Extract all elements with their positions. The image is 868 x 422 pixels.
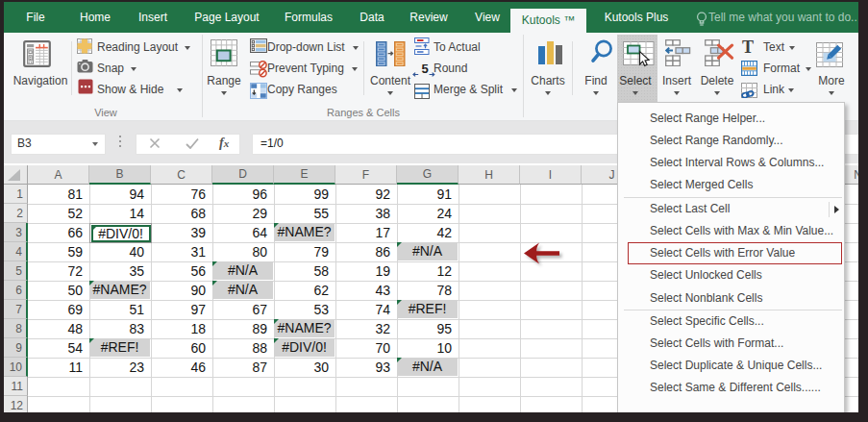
svg-text:5: 5: [422, 62, 429, 76]
